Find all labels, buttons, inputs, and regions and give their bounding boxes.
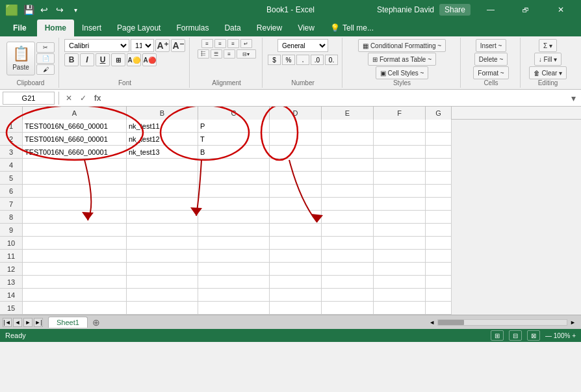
cell-D9[interactable] xyxy=(270,224,322,237)
cell-F13[interactable] xyxy=(374,276,426,289)
cell-E8[interactable] xyxy=(322,211,374,224)
col-header-c[interactable]: C xyxy=(198,107,270,120)
col-header-f[interactable]: F xyxy=(374,107,426,120)
percent-button[interactable]: % xyxy=(282,55,295,65)
minimize-button[interactable]: — xyxy=(476,0,506,20)
tab-data[interactable]: Data xyxy=(216,20,248,36)
cell-F7[interactable] xyxy=(374,198,426,211)
cell-C8[interactable] xyxy=(198,211,270,224)
cell-C2[interactable]: T xyxy=(198,133,270,146)
cell-D6[interactable] xyxy=(270,185,322,198)
cell-C5[interactable] xyxy=(198,172,270,185)
row-header-1[interactable]: 1 xyxy=(0,120,23,133)
row-header-14[interactable]: 14 xyxy=(0,289,23,302)
cell-G9[interactable] xyxy=(426,224,452,237)
format-cells-button[interactable]: Format ~ xyxy=(473,66,508,79)
cell-B15[interactable] xyxy=(127,302,198,315)
cell-G1[interactable] xyxy=(426,120,452,133)
cell-F10[interactable] xyxy=(374,237,426,250)
font-name-select[interactable]: Calibri xyxy=(64,39,129,52)
cell-E3[interactable] xyxy=(322,146,374,159)
cell-D12[interactable] xyxy=(270,263,322,276)
clear-button[interactable]: 🗑 Clear ▾ xyxy=(529,66,567,79)
cell-F2[interactable] xyxy=(374,133,426,146)
normal-view-button[interactable]: ⊞ xyxy=(491,330,504,341)
cell-D15[interactable] xyxy=(270,302,322,315)
cell-E14[interactable] xyxy=(322,289,374,302)
cell-E10[interactable] xyxy=(322,237,374,250)
align-top-center[interactable]: ≡ xyxy=(214,39,226,48)
cell-B8[interactable] xyxy=(127,211,198,224)
formula-bar-expand[interactable]: ▾ xyxy=(571,93,576,103)
cell-F5[interactable] xyxy=(374,172,426,185)
cell-F12[interactable] xyxy=(374,263,426,276)
tab-file[interactable]: File xyxy=(3,20,37,36)
cell-C14[interactable] xyxy=(198,289,270,302)
row-header-11[interactable]: 11 xyxy=(0,250,23,263)
cell-G3[interactable] xyxy=(426,146,452,159)
cell-D4[interactable] xyxy=(270,159,322,172)
cell-F15[interactable] xyxy=(374,302,426,315)
increase-font-button[interactable]: A⁺ xyxy=(155,39,170,52)
redo-button[interactable]: ↪ xyxy=(53,3,66,16)
cut-button[interactable]: ✂ xyxy=(36,42,55,53)
cell-G11[interactable] xyxy=(426,250,452,263)
font-color-button[interactable]: A🔴 xyxy=(142,53,157,66)
add-sheet-button[interactable]: ⊕ xyxy=(90,317,102,328)
undo-button[interactable]: ↩ xyxy=(38,3,51,16)
fill-color-button[interactable]: A🟡 xyxy=(127,53,141,66)
cell-G15[interactable] xyxy=(426,302,452,315)
cell-E15[interactable] xyxy=(322,302,374,315)
cell-B2[interactable]: nk_test12 xyxy=(127,133,198,146)
cell-G6[interactable] xyxy=(426,185,452,198)
cell-B4[interactable] xyxy=(127,159,198,172)
wrap-text-button[interactable]: ↵ xyxy=(240,39,252,48)
sheet-nav-prev[interactable]: ◄ xyxy=(13,318,22,327)
row-header-2[interactable]: 2 xyxy=(0,133,23,146)
cell-D1[interactable] xyxy=(270,120,322,133)
cell-F8[interactable] xyxy=(374,211,426,224)
row-header-13[interactable]: 13 xyxy=(0,276,23,289)
save-button[interactable]: 💾 xyxy=(22,3,35,16)
format-painter-button[interactable]: 🖌 xyxy=(36,64,55,75)
scroll-right-button[interactable]: ► xyxy=(567,319,578,326)
cell-F6[interactable] xyxy=(374,185,426,198)
cell-A10[interactable] xyxy=(23,237,127,250)
maximize-button[interactable]: 🗗 xyxy=(511,0,541,20)
cell-F9[interactable] xyxy=(374,224,426,237)
increase-decimal-button[interactable]: .0 xyxy=(311,55,324,65)
italic-button[interactable]: I xyxy=(80,53,94,66)
quick-access-dropdown[interactable]: ▾ xyxy=(69,3,82,16)
align-center-button[interactable]: ☰ xyxy=(211,49,222,59)
paste-button[interactable]: 📋 Paste xyxy=(6,42,35,75)
confirm-formula-button[interactable]: ✓ xyxy=(77,92,89,104)
page-break-view-button[interactable]: ⊠ xyxy=(527,330,540,341)
cell-D8[interactable] xyxy=(270,211,322,224)
cell-A2[interactable]: TEST0016N_6660_00001 xyxy=(23,133,127,146)
page-layout-view-button[interactable]: ⊟ xyxy=(509,330,522,341)
cell-C9[interactable] xyxy=(198,224,270,237)
cell-D2[interactable] xyxy=(270,133,322,146)
cell-D7[interactable] xyxy=(270,198,322,211)
tab-home[interactable]: Home xyxy=(37,20,74,36)
format-as-table-button[interactable]: ⊞ Format as Table ~ xyxy=(368,53,436,66)
row-header-8[interactable]: 8 xyxy=(0,211,23,224)
align-top-left[interactable]: ≡ xyxy=(201,39,213,48)
currency-button[interactable]: $ xyxy=(268,55,281,65)
cell-E2[interactable] xyxy=(322,133,374,146)
cell-C6[interactable] xyxy=(198,185,270,198)
row-header-15[interactable]: 15 xyxy=(0,302,23,315)
cell-C4[interactable] xyxy=(198,159,270,172)
cell-B5[interactable] xyxy=(127,172,198,185)
underline-button[interactable]: U xyxy=(96,53,110,66)
cell-C11[interactable] xyxy=(198,250,270,263)
cell-G2[interactable] xyxy=(426,133,452,146)
cell-E1[interactable] xyxy=(322,120,374,133)
cell-F3[interactable] xyxy=(374,146,426,159)
cell-A3[interactable]: TEST0016N_6660_00001 xyxy=(23,146,127,159)
cell-C3[interactable]: B xyxy=(198,146,270,159)
share-button[interactable]: Share xyxy=(439,4,471,16)
cell-A7[interactable] xyxy=(23,198,127,211)
delete-cells-button[interactable]: Delete ~ xyxy=(474,53,508,66)
cell-B11[interactable] xyxy=(127,250,198,263)
